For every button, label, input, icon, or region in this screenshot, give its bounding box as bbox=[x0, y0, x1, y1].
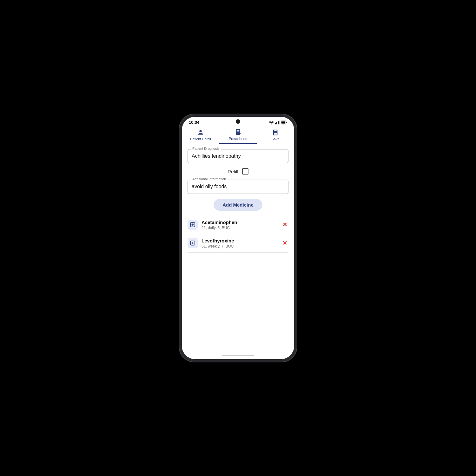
battery-icon bbox=[281, 121, 287, 124]
additional-info-value[interactable]: avoid oily foods bbox=[192, 181, 284, 190]
tab-bar: Patient Detail Prescription Save bbox=[182, 126, 294, 144]
medicine-remove-1[interactable]: ✕ bbox=[281, 238, 288, 248]
camera-notch bbox=[236, 119, 240, 124]
medicine-name-1: Levothyroxine bbox=[202, 238, 277, 243]
refill-row: Refill bbox=[188, 168, 288, 175]
save-icon bbox=[272, 129, 279, 136]
phone-frame: 10:34 bbox=[179, 114, 297, 362]
medicine-remove-0[interactable]: ✕ bbox=[281, 220, 288, 229]
medicine-info-1: Levothyroxine 61, weekly, 7, BUC bbox=[202, 238, 277, 248]
medicine-details-1: 61, weekly, 7, BUC bbox=[202, 244, 277, 248]
tab-patient-detail[interactable]: Patient Detail bbox=[182, 129, 219, 143]
content-area: Patient Diagnosis Achillies tendinopathy… bbox=[182, 144, 294, 352]
svg-rect-6 bbox=[286, 122, 287, 123]
wifi-icon bbox=[269, 121, 274, 124]
patient-detail-icon bbox=[197, 129, 204, 136]
tab-save[interactable]: Save bbox=[257, 129, 294, 143]
medicine-item-0: Acetaminophen 21, daily, 5, BUC ✕ bbox=[188, 216, 288, 234]
medicine-details-0: 21, daily, 5, BUC bbox=[202, 226, 277, 230]
medicine-item-1: Levothyroxine 61, weekly, 7, BUC ✕ bbox=[188, 234, 288, 253]
svg-rect-11 bbox=[274, 130, 276, 131]
svg-rect-2 bbox=[276, 122, 277, 124]
medicine-info-0: Acetaminophen 21, daily, 5, BUC bbox=[202, 220, 277, 230]
diagnosis-field-group: Patient Diagnosis Achillies tendinopathy bbox=[188, 149, 288, 163]
medicine-list: Acetaminophen 21, daily, 5, BUC ✕ Levoth… bbox=[188, 216, 288, 253]
diagnosis-value[interactable]: Achillies tendinopathy bbox=[192, 151, 284, 160]
add-medicine-button[interactable]: Add Medicine bbox=[214, 199, 262, 211]
medicine-name-0: Acetaminophen bbox=[202, 220, 277, 225]
tab-prescription-label: Prescription bbox=[229, 137, 247, 141]
medicine-icon-1 bbox=[188, 238, 198, 248]
status-time: 10:34 bbox=[189, 120, 199, 125]
phone-screen: 10:34 bbox=[182, 117, 294, 359]
svg-rect-1 bbox=[275, 123, 276, 124]
prescription-icon bbox=[235, 129, 241, 136]
svg-point-8 bbox=[199, 130, 202, 132]
tab-prescription[interactable]: Prescription bbox=[219, 129, 257, 144]
status-icons bbox=[269, 121, 287, 124]
svg-point-0 bbox=[271, 123, 272, 124]
diagnosis-label: Patient Diagnosis bbox=[191, 147, 221, 150]
tab-save-label: Save bbox=[271, 137, 279, 141]
svg-rect-7 bbox=[281, 121, 285, 123]
home-bar bbox=[222, 355, 254, 356]
medicine-icon-0 bbox=[188, 220, 198, 230]
home-indicator bbox=[182, 352, 294, 359]
signal-icon bbox=[275, 121, 280, 124]
svg-rect-12 bbox=[274, 133, 277, 135]
svg-rect-4 bbox=[279, 121, 280, 124]
additional-info-field-group: Additional Information avoid oily foods bbox=[188, 180, 288, 194]
refill-label: Refill bbox=[228, 169, 238, 174]
tab-patient-detail-label: Patient Detail bbox=[190, 137, 211, 141]
svg-rect-3 bbox=[278, 121, 279, 124]
refill-checkbox[interactable] bbox=[242, 168, 248, 175]
additional-info-label: Additional Information bbox=[191, 177, 227, 181]
